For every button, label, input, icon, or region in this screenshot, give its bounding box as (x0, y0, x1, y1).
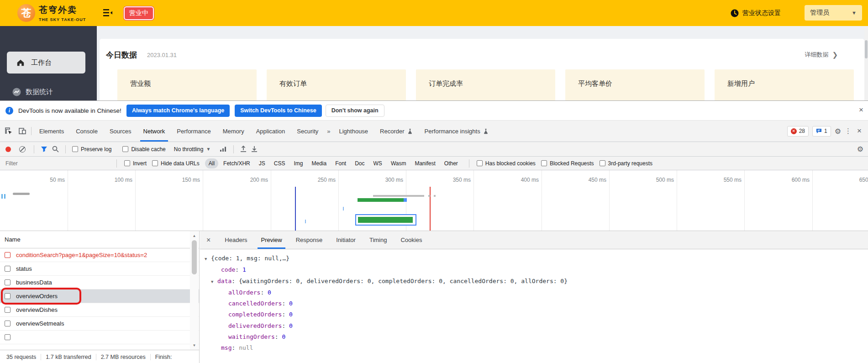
clear-icon[interactable] (19, 146, 26, 153)
devtools-close-icon[interactable]: × (855, 126, 863, 136)
tab-cookies[interactable]: Cookies (394, 231, 429, 249)
error-count-badge[interactable]: ✕ 28 (787, 126, 809, 137)
admin-dropdown[interactable]: 管理员 ▼ (805, 5, 862, 21)
filter-funnel-icon[interactable] (41, 146, 47, 152)
collapse-sidebar-icon[interactable] (103, 9, 112, 19)
device-toolbar-icon[interactable] (16, 121, 29, 142)
settings-gear-icon[interactable]: ⚙ (835, 127, 841, 136)
request-row-overviewsetmeals[interactable]: overviewSetmeals (0, 317, 199, 331)
import-har-icon[interactable] (240, 146, 247, 153)
disable-cache-checkbox[interactable]: Disable cache (122, 146, 165, 153)
tab-sources[interactable]: Sources (104, 121, 137, 142)
scrollbar-thumb[interactable] (192, 240, 197, 274)
tab-recorder[interactable]: Recorder (374, 121, 418, 142)
hide-data-urls-checkbox[interactable]: Hide data URLs (152, 160, 200, 167)
sidebar-item-workbench[interactable]: 工作台 (7, 52, 85, 74)
network-conditions-icon[interactable] (220, 146, 227, 152)
tab-lighthouse[interactable]: Lighthouse (333, 121, 374, 142)
page-scrollbar[interactable] (864, 26, 868, 100)
match-language-button[interactable]: Always match Chrome's language (126, 105, 230, 117)
selected-request-waterfall[interactable] (355, 214, 416, 226)
checkbox[interactable] (72, 146, 78, 152)
sidebar-item-statistics[interactable]: 数据统计 (0, 85, 97, 98)
tab-response[interactable]: Response (289, 231, 330, 249)
dont-show-again-button[interactable]: Don't show again (326, 105, 384, 117)
timeline-tick: 450 ms (589, 177, 606, 183)
more-tabs-icon[interactable]: » (324, 128, 333, 135)
checkbox[interactable] (5, 307, 11, 313)
preserve-log-checkbox[interactable]: Preserve log (72, 146, 111, 153)
network-settings-gear-icon[interactable]: ⚙ (857, 145, 863, 153)
filter-pill-manifest[interactable]: Manifest (411, 158, 439, 168)
filter-pill-img[interactable]: Img (290, 158, 306, 168)
blocked-requests-checkbox[interactable]: Blocked Requests (541, 160, 594, 167)
tab-timing[interactable]: Timing (363, 231, 394, 249)
inspect-icon[interactable] (2, 121, 16, 142)
search-icon[interactable] (52, 146, 59, 153)
tab-elements[interactable]: Elements (33, 121, 70, 142)
detail-data-link[interactable]: 详细数据 ❯ (805, 51, 838, 59)
tab-security[interactable]: Security (291, 121, 324, 142)
scroll-up-icon[interactable]: ▲ (190, 232, 199, 239)
expand-arrow-icon[interactable]: ▼ (211, 276, 217, 287)
checkbox[interactable] (124, 160, 130, 166)
checkbox[interactable] (5, 334, 11, 340)
json-line-data[interactable]: ▼data: {waitingOrders: 0, deliveredOrder… (205, 276, 868, 287)
issue-count-badge[interactable]: 1 (812, 126, 831, 137)
tab-application[interactable]: Application (250, 121, 291, 142)
tab-preview[interactable]: Preview (254, 231, 289, 249)
kebab-menu-icon[interactable]: ⋮ (845, 127, 852, 135)
request-row-partial[interactable] (0, 331, 199, 344)
request-row-status[interactable]: status (0, 262, 199, 276)
tab-headers[interactable]: Headers (218, 231, 254, 249)
request-row-businessdata[interactable]: businessData (0, 276, 199, 289)
filter-pill-media[interactable]: Media (308, 158, 330, 168)
third-party-requests-checkbox[interactable]: 3rd-party requests (600, 160, 652, 167)
checkbox[interactable] (5, 266, 11, 272)
filter-pill-css[interactable]: CSS (270, 158, 289, 168)
checkbox[interactable] (5, 252, 11, 258)
scrollbar-thumb[interactable] (865, 40, 868, 58)
stat-card-completion-rate: 订单完成率 (416, 69, 555, 100)
tab-initiator[interactable]: Initiator (329, 231, 363, 249)
filter-pill-all[interactable]: All (205, 158, 218, 168)
name-column-header[interactable]: Name (0, 231, 199, 248)
export-har-icon[interactable] (251, 146, 258, 153)
expand-arrow-icon[interactable]: ▼ (205, 253, 211, 264)
scroll-down-icon[interactable]: ▼ (190, 342, 199, 349)
switch-chinese-button[interactable]: Switch DevTools to Chinese (235, 105, 321, 117)
invert-checkbox[interactable]: Invert (124, 160, 147, 167)
checkbox[interactable] (5, 293, 11, 299)
filter-pill-fetch-xhr[interactable]: Fetch/XHR (220, 158, 254, 168)
tab-memory[interactable]: Memory (217, 121, 250, 142)
request-row-overvieworders[interactable]: overviewOrders (0, 289, 199, 303)
checkbox[interactable] (541, 160, 547, 166)
filter-pill-ws[interactable]: WS (370, 158, 386, 168)
has-blocked-cookies-checkbox[interactable]: Has blocked cookies (477, 160, 536, 167)
checkbox[interactable] (5, 321, 11, 326)
request-row-overviewdishes[interactable]: overviewDishes (0, 303, 199, 317)
tab-performance-insights[interactable]: Performance insights (419, 121, 494, 142)
checkbox[interactable] (5, 279, 11, 285)
tab-console[interactable]: Console (70, 121, 104, 142)
filter-input[interactable] (5, 160, 109, 167)
request-list-scrollbar[interactable]: ▲ ▼ (190, 231, 199, 350)
tab-performance[interactable]: Performance (171, 121, 216, 142)
business-status-setting[interactable]: 营业状态设置 (731, 0, 781, 26)
checkbox[interactable] (477, 160, 483, 166)
checkbox[interactable] (152, 160, 158, 166)
filter-pill-js[interactable]: JS (255, 158, 269, 168)
request-row-conditionsearch[interactable]: conditionSearch?page=1&pageSize=10&statu… (0, 248, 199, 262)
checkbox[interactable] (600, 160, 605, 166)
checkbox[interactable] (122, 146, 128, 152)
filter-pill-other[interactable]: Other (441, 158, 462, 168)
filter-pill-font[interactable]: Font (331, 158, 350, 168)
filter-pill-wasm[interactable]: Wasm (387, 158, 410, 168)
tab-network[interactable]: Network (137, 121, 171, 142)
banner-close-icon[interactable]: × (859, 105, 863, 115)
close-pane-icon[interactable]: × (206, 236, 210, 244)
filter-pill-doc[interactable]: Doc (351, 158, 368, 168)
throttling-dropdown[interactable]: No throttling ▼ (174, 146, 211, 153)
record-button[interactable] (5, 147, 11, 152)
json-root[interactable]: ▼{code: 1, msg: null,…} (205, 253, 868, 264)
